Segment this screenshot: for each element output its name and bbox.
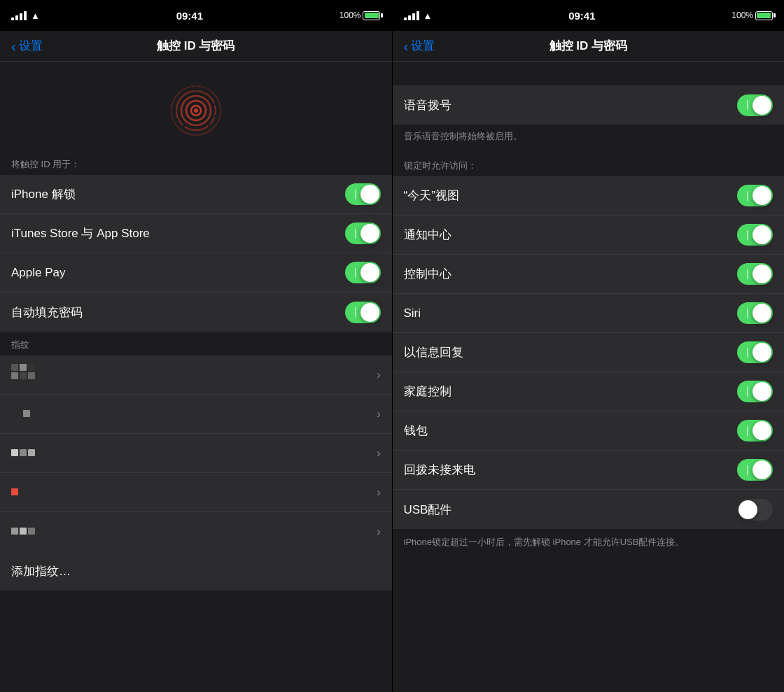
home-control-item: 家庭控制 xyxy=(393,372,785,411)
add-fingerprint-button[interactable]: 添加指纹… xyxy=(0,551,392,591)
apple-pay-label: Apple Pay xyxy=(11,266,66,280)
today-view-item: “今天”视图 xyxy=(393,176,785,216)
fingerprint-icon xyxy=(168,83,224,139)
fingerprint-list: › › › xyxy=(0,355,392,551)
right-wifi-icon: ▲ xyxy=(424,10,433,21)
right-status-left: ▲ xyxy=(404,10,433,21)
return-call-toggle[interactable] xyxy=(737,459,773,481)
usb-accessory-toggle[interactable] xyxy=(737,499,773,521)
wallet-toggle[interactable] xyxy=(737,420,773,442)
left-status-bar: ▲ 09:41 100% xyxy=(0,0,392,31)
siri-label: Siri xyxy=(404,306,421,320)
left-content: 将触控 ID 用于： iPhone 解锁 iTunes Store 与 App … xyxy=(0,62,392,692)
fp-image-1 xyxy=(11,364,42,386)
fingerprint-row-1[interactable]: › xyxy=(0,355,392,395)
svg-rect-25 xyxy=(11,528,18,535)
fp-image-4 xyxy=(11,481,42,504)
iphone-unlock-item: iPhone 解锁 xyxy=(0,175,392,214)
right-nav-bar: ‹ 设置 触控 ID 与密码 xyxy=(393,31,785,62)
right-signal-bars-icon xyxy=(404,11,419,20)
today-view-toggle[interactable] xyxy=(737,185,773,206)
usb-accessory-item: USB配件 xyxy=(393,490,785,529)
right-battery-fill xyxy=(757,13,771,18)
fingerprint-row-2[interactable]: › xyxy=(0,395,392,434)
fp-image-5 xyxy=(11,521,42,543)
svg-rect-17 xyxy=(11,372,18,379)
left-time: 09:41 xyxy=(176,10,203,22)
touch-id-toggles: iPhone 解锁 iTunes Store 与 App Store Apple… xyxy=(0,175,392,332)
svg-rect-14 xyxy=(11,364,18,371)
reply-message-toggle[interactable] xyxy=(737,341,773,363)
fp-image-3 xyxy=(11,442,42,465)
right-panel: ▲ 09:41 100% ‹ 设置 触控 ID 与密码 语音拨号 xyxy=(393,0,785,692)
voice-note: 音乐语音控制将始终被启用。 xyxy=(393,125,785,147)
svg-line-13 xyxy=(214,116,218,118)
left-back-label: 设置 xyxy=(19,38,43,54)
battery-pct: 100% xyxy=(340,10,361,20)
fingerprint-row-5[interactable]: › xyxy=(0,512,392,551)
svg-point-5 xyxy=(194,108,198,113)
fp-thumb-2 xyxy=(11,403,42,425)
left-status-left: ▲ xyxy=(11,10,40,21)
iphone-unlock-toggle[interactable] xyxy=(345,183,381,205)
iphone-unlock-label: iPhone 解锁 xyxy=(11,186,76,202)
siri-toggle[interactable] xyxy=(737,302,773,324)
battery-fill xyxy=(365,13,379,18)
usb-accessory-label: USB配件 xyxy=(404,502,452,518)
fp-thumb-5 xyxy=(11,521,42,543)
fp-row-5-chevron: › xyxy=(377,525,380,538)
right-top-spacer xyxy=(393,62,785,85)
right-status-bar: ▲ 09:41 100% xyxy=(393,0,785,31)
apple-pay-toggle[interactable] xyxy=(345,262,381,283)
fp-thumb-3 xyxy=(11,442,42,465)
control-center-toggle[interactable] xyxy=(737,263,773,285)
autofill-item: 自动填充密码 xyxy=(0,292,392,332)
fp-thumb-1 xyxy=(11,364,42,386)
fp-row-3-chevron: › xyxy=(377,447,380,460)
svg-rect-15 xyxy=(20,364,27,371)
svg-line-12 xyxy=(174,119,178,121)
fingerprint-row-3[interactable]: › xyxy=(0,434,392,473)
notification-center-toggle[interactable] xyxy=(737,224,773,246)
notification-center-label: 通知中心 xyxy=(404,227,451,243)
wifi-icon: ▲ xyxy=(31,10,40,21)
fingerprint-row-4[interactable]: › xyxy=(0,473,392,512)
svg-rect-20 xyxy=(23,410,30,417)
bottom-spacer-right xyxy=(393,556,785,584)
battery-icon xyxy=(363,11,380,20)
siri-item: Siri xyxy=(393,294,785,333)
reply-message-item: 以信息回复 xyxy=(393,333,785,372)
add-fingerprint-label: 添加指纹… xyxy=(11,563,71,579)
fingerprint-section xyxy=(0,62,392,153)
svg-rect-19 xyxy=(28,372,35,379)
bottom-spacer-left xyxy=(0,591,392,619)
control-center-label: 控制中心 xyxy=(404,266,451,282)
left-nav-title: 触控 ID 与密码 xyxy=(157,38,234,54)
voice-dial-toggle[interactable] xyxy=(737,94,773,116)
lock-section-label: 锁定时允许访问： xyxy=(393,147,785,176)
battery-container: 100% xyxy=(340,10,381,20)
usb-note: iPhone锁定超过一小时后，需先解锁 iPhone 才能允许USB配件连接。 xyxy=(393,529,785,556)
itunes-appstore-item: iTunes Store 与 App Store xyxy=(0,214,392,253)
fp-image-2 xyxy=(11,403,42,425)
add-fingerprint-group: 添加指纹… xyxy=(0,551,392,591)
svg-rect-27 xyxy=(28,528,35,535)
left-panel: ▲ 09:41 100% ‹ 设置 触控 ID 与密码 xyxy=(0,0,392,692)
home-control-toggle[interactable] xyxy=(737,381,773,402)
itunes-appstore-toggle[interactable] xyxy=(345,223,381,244)
left-status-right: 100% xyxy=(340,10,381,20)
autofill-toggle[interactable] xyxy=(345,302,381,323)
right-battery-container: 100% xyxy=(732,10,773,20)
reply-message-label: 以信息回复 xyxy=(404,344,463,360)
left-back-button[interactable]: ‹ 设置 xyxy=(11,38,43,54)
today-view-label: “今天”视图 xyxy=(404,188,459,204)
right-back-button[interactable]: ‹ 设置 xyxy=(404,38,435,54)
return-call-item: 回拨未接来电 xyxy=(393,451,785,490)
control-center-item: 控制中心 xyxy=(393,255,785,294)
fp-row-1-chevron: › xyxy=(377,369,380,381)
back-chevron-icon: ‹ xyxy=(11,39,16,53)
notification-center-item: 通知中心 xyxy=(393,216,785,255)
right-back-label: 设置 xyxy=(411,38,435,54)
right-status-right: 100% xyxy=(732,10,773,20)
svg-rect-26 xyxy=(20,528,27,535)
